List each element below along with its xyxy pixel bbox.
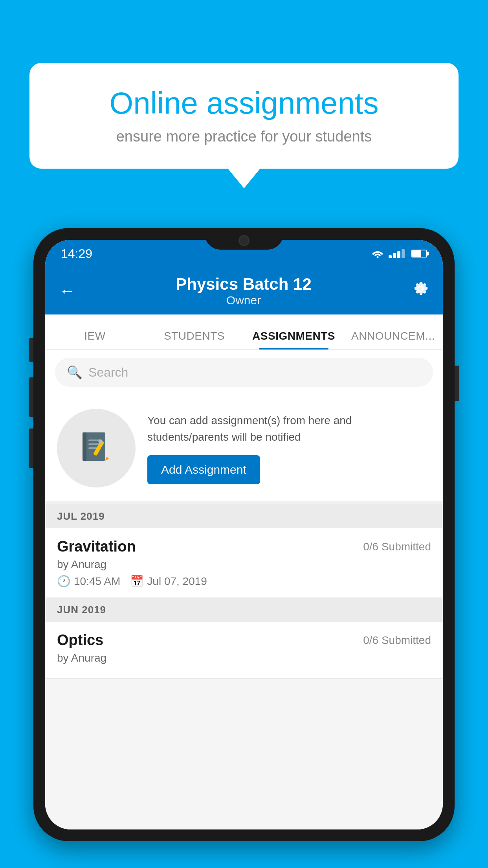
assignment-item-row1: Gravitation 0/6 Submitted [57,538,431,555]
volume-up-button [29,377,33,417]
phone-screen: 14:29 [45,240,443,829]
power-button [455,366,459,401]
section-jun-2019: JUN 2019 [45,598,443,622]
speech-bubble: Online assignments ensure more practice … [29,63,459,169]
assignment-date-item: 📅 Jul 07, 2019 [130,575,207,588]
assignment-time-item: 🕐 10:45 AM [57,575,120,588]
speech-bubble-subtitle: ensure more practice for your students [57,128,431,145]
app-header: ← Physics Batch 12 Owner [45,267,443,314]
assignment-icon-circle [57,409,136,487]
phone-frame: 14:29 [33,228,455,841]
speech-bubble-title: Online assignments [57,86,431,120]
tab-students[interactable]: STUDENTS [145,330,244,349]
assignment-meta-gravitation: 🕐 10:45 AM 📅 Jul 07, 2019 [57,575,431,588]
phone-container: 14:29 [33,228,455,868]
add-assignment-text-area: You can add assignment(s) from here and … [147,412,431,484]
calendar-icon: 📅 [130,575,144,588]
svg-rect-2 [83,432,86,461]
settings-icon[interactable] [412,280,429,302]
header-center: Physics Batch 12 Owner [176,275,312,307]
screen-content: 🔍 Search [45,350,443,829]
clock-icon: 🕐 [57,575,71,588]
section-jul-2019: JUL 2019 [45,504,443,528]
add-assignment-button[interactable]: Add Assignment [147,455,260,484]
tab-announcements[interactable]: ANNOUNCEM... [343,330,443,349]
svg-point-0 [377,256,379,258]
search-container: 🔍 Search [45,350,443,395]
wifi-icon [371,249,384,258]
header-title: Physics Batch 12 [176,275,312,294]
search-icon: 🔍 [67,365,83,380]
assignment-by-gravitation: by Anurag [57,558,431,571]
assignment-submitted-optics: 0/6 Submitted [363,634,431,647]
status-time: 14:29 [61,246,92,261]
status-icons [371,249,427,258]
tab-iew[interactable]: IEW [45,330,145,349]
assignment-name-optics: Optics [57,632,103,649]
back-button[interactable]: ← [59,281,75,300]
search-bar[interactable]: 🔍 Search [55,358,433,387]
phone-notch [205,228,283,250]
volume-down-button [29,428,33,468]
assignment-name-gravitation: Gravitation [57,538,136,555]
assignment-submitted-gravitation: 0/6 Submitted [363,541,431,553]
assignment-date: Jul 07, 2019 [147,575,207,588]
battery-icon [411,250,427,257]
assignment-item-row1-optics: Optics 0/6 Submitted [57,632,431,649]
assignment-by-optics: by Anurag [57,652,431,664]
silent-button [29,338,33,362]
add-assignment-area: You can add assignment(s) from here and … [45,395,443,504]
speech-bubble-container: Online assignments ensure more practice … [29,63,459,169]
assignment-time: 10:45 AM [74,575,120,588]
search-input[interactable]: Search [88,365,128,380]
svg-marker-7 [105,457,109,461]
phone-camera [238,235,250,246]
assignment-item-gravitation[interactable]: Gravitation 0/6 Submitted by Anurag 🕐 10… [45,528,443,598]
assignment-item-optics[interactable]: Optics 0/6 Submitted by Anurag [45,622,443,679]
tabs-bar: IEW STUDENTS ASSIGNMENTS ANNOUNCEM... [45,314,443,350]
add-assignment-description: You can add assignment(s) from here and … [147,412,431,445]
header-subtitle: Owner [176,294,312,307]
signal-icon [389,249,405,258]
tab-assignments[interactable]: ASSIGNMENTS [244,330,343,349]
